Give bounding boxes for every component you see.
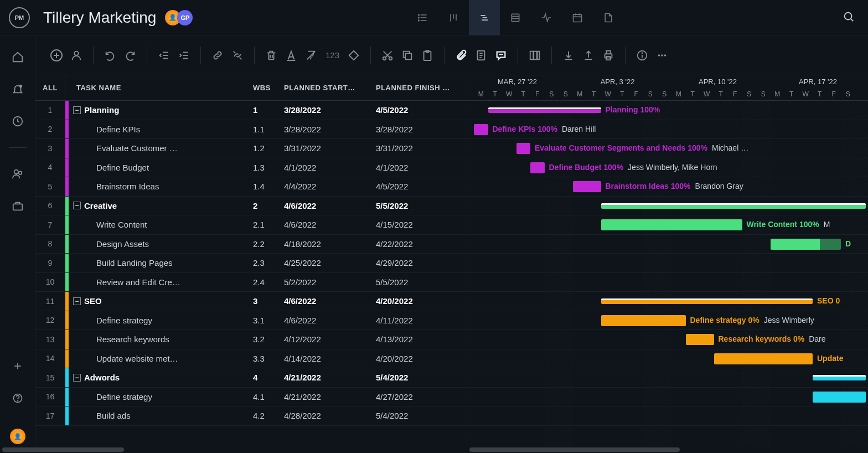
start-cell[interactable]: 3/31/2022 xyxy=(281,143,373,153)
start-cell[interactable]: 4/1/2022 xyxy=(281,163,373,172)
task-name-cell[interactable]: Define strategy xyxy=(69,316,250,325)
wbs-cell[interactable]: 2.3 xyxy=(250,258,281,267)
task-name-cell[interactable]: −Adwords xyxy=(69,373,250,382)
gantt-row[interactable]: SEO 0 xyxy=(467,292,868,311)
finish-cell[interactable]: 4/1/2022 xyxy=(373,163,467,172)
finish-cell[interactable]: 4/5/2022 xyxy=(373,182,467,191)
finish-cell[interactable]: 4/5/2022 xyxy=(373,105,467,115)
finish-cell[interactable]: 4/22/2022 xyxy=(373,239,467,249)
gantt-row[interactable] xyxy=(467,368,868,388)
view-activity-icon[interactable] xyxy=(531,0,562,35)
table-row[interactable]: 11−SEO34/6/20224/20/2022 xyxy=(35,292,467,311)
table-row[interactable]: 17Build ads4.24/28/20225/4/2022 xyxy=(35,406,467,426)
table-row[interactable]: 14Update website met…3.34/14/20224/20/20… xyxy=(35,349,467,369)
gantt-row[interactable] xyxy=(467,273,868,292)
briefcase-icon[interactable] xyxy=(12,200,24,212)
avatar[interactable]: GP xyxy=(177,10,193,25)
text-style-icon[interactable] xyxy=(283,48,299,63)
link-icon[interactable] xyxy=(210,48,225,63)
start-cell[interactable]: 4/14/2022 xyxy=(281,354,373,363)
finish-cell[interactable]: 5/4/2022 xyxy=(373,373,467,382)
gantt-bar[interactable] xyxy=(601,203,866,209)
finish-cell[interactable]: 5/5/2022 xyxy=(373,277,467,287)
team-icon[interactable] xyxy=(12,168,24,180)
table-row[interactable]: 2Define KPIs1.13/28/20223/28/2022 xyxy=(35,120,467,140)
view-gantt-icon[interactable] xyxy=(469,0,500,35)
unlink-icon[interactable] xyxy=(230,48,245,63)
start-cell[interactable]: 4/12/2022 xyxy=(281,334,373,344)
attach-icon[interactable] xyxy=(453,48,469,63)
gantt-bar[interactable] xyxy=(601,219,742,230)
wbs-cell[interactable]: 3 xyxy=(250,296,281,306)
table-row[interactable]: 1−Planning13/28/20224/5/2022 xyxy=(35,101,467,120)
outdent-icon[interactable] xyxy=(156,48,172,63)
add-task-icon[interactable] xyxy=(49,48,64,63)
redo-icon[interactable] xyxy=(122,48,138,63)
table-row[interactable]: 5Brainstorm Ideas1.44/4/20224/5/2022 xyxy=(35,177,467,197)
wbs-cell[interactable]: 2.1 xyxy=(250,220,281,229)
task-name-cell[interactable]: Brainstorm Ideas xyxy=(69,182,250,191)
user-avatar[interactable]: 👤 xyxy=(10,429,25,444)
gantt-bar[interactable] xyxy=(601,315,686,326)
finish-cell[interactable]: 4/15/2022 xyxy=(373,220,467,229)
table-row[interactable]: 10Review and Edit Cre…2.45/2/20225/5/202… xyxy=(35,273,467,292)
more-icon[interactable] xyxy=(654,48,670,63)
start-cell[interactable]: 5/2/2022 xyxy=(281,277,373,287)
wbs-cell[interactable]: 2.4 xyxy=(250,277,281,287)
start-cell[interactable]: 3/28/2022 xyxy=(281,125,373,134)
finish-cell[interactable]: 4/11/2022 xyxy=(373,316,467,325)
logo[interactable]: PM xyxy=(9,7,30,28)
gantt-bar[interactable] xyxy=(813,392,866,403)
wbs-cell[interactable]: 1.3 xyxy=(250,163,281,172)
col-finish[interactable]: PLANNED FINISH … xyxy=(373,75,467,100)
table-row[interactable]: 3Evaluate Customer …1.23/31/20223/31/202… xyxy=(35,139,467,158)
wbs-cell[interactable]: 1.4 xyxy=(250,182,281,191)
help-icon[interactable] xyxy=(12,392,24,404)
gantt-row[interactable] xyxy=(467,197,868,216)
gantt-bar[interactable] xyxy=(771,239,841,250)
task-name-cell[interactable]: Evaluate Customer … xyxy=(69,143,250,153)
table-row[interactable]: 7Write Content2.14/6/20224/15/2022 xyxy=(35,215,467,235)
col-wbs[interactable]: WBS xyxy=(250,75,281,100)
collapse-icon[interactable]: − xyxy=(73,106,81,114)
wbs-cell[interactable]: 2 xyxy=(250,201,281,210)
start-cell[interactable]: 4/6/2022 xyxy=(281,201,373,210)
task-name-cell[interactable]: Update website met… xyxy=(69,354,250,363)
start-cell[interactable]: 3/28/2022 xyxy=(281,105,373,115)
table-row[interactable]: 9Build Landing Pages2.34/25/20224/29/202… xyxy=(35,254,467,273)
table-row[interactable]: 6−Creative24/6/20225/5/2022 xyxy=(35,197,467,216)
view-calendar-icon[interactable] xyxy=(562,0,593,35)
clock-icon[interactable] xyxy=(12,115,24,127)
start-cell[interactable]: 4/6/2022 xyxy=(281,296,373,306)
task-name-cell[interactable]: −Creative xyxy=(69,201,250,210)
finish-cell[interactable]: 5/4/2022 xyxy=(373,411,467,420)
task-name-cell[interactable]: Define strategy xyxy=(69,392,250,401)
priority-icon[interactable] xyxy=(346,48,361,63)
collapse-icon[interactable]: − xyxy=(73,297,81,305)
finish-cell[interactable]: 4/27/2022 xyxy=(373,392,467,401)
gantt-row[interactable]: Define Budget 100%Jess Wimberly, Mike Ho… xyxy=(467,158,868,178)
task-name-cell[interactable]: Define Budget xyxy=(69,163,250,172)
gantt-row[interactable] xyxy=(467,254,868,273)
task-name-cell[interactable]: Research keywords xyxy=(69,334,250,344)
add-icon[interactable] xyxy=(12,360,24,372)
clear-format-icon[interactable] xyxy=(303,48,319,63)
gantt-bar[interactable] xyxy=(474,124,488,135)
task-name-cell[interactable]: Write Content xyxy=(69,220,250,229)
indent-icon[interactable] xyxy=(176,48,192,63)
progress-text[interactable]: 123 xyxy=(323,50,342,60)
gantt-row[interactable]: Evaluate Customer Segments and Needs 100… xyxy=(467,139,868,158)
gantt-row[interactable]: Research keywords 0%Dare xyxy=(467,330,868,349)
finish-cell[interactable]: 4/20/2022 xyxy=(373,296,467,306)
finish-cell[interactable]: 5/5/2022 xyxy=(373,201,467,210)
collapse-icon[interactable]: − xyxy=(73,374,81,382)
start-cell[interactable]: 4/28/2022 xyxy=(281,411,373,420)
view-file-icon[interactable] xyxy=(593,0,624,35)
wbs-cell[interactable]: 1.1 xyxy=(250,125,281,134)
home-icon[interactable] xyxy=(12,51,24,63)
wbs-cell[interactable]: 4.2 xyxy=(250,411,281,420)
finish-cell[interactable]: 4/29/2022 xyxy=(373,258,467,267)
wbs-cell[interactable]: 4.1 xyxy=(250,392,281,401)
gantt-row[interactable]: Planning 100% xyxy=(467,101,868,120)
wbs-cell[interactable]: 3.2 xyxy=(250,334,281,344)
